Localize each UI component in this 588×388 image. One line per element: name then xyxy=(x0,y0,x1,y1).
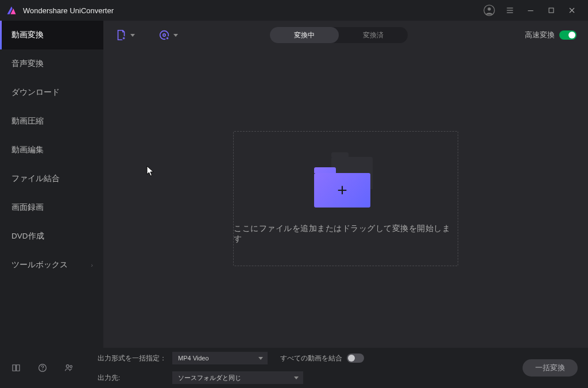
sidebar: 動画変換 音声変換 ダウンロード 動画圧縮 動画編集 ファイル結合 画面録画 D… xyxy=(0,21,103,348)
sidebar-item-video-convert[interactable]: 動画変換 xyxy=(0,21,103,49)
app-title: Wondershare UniConverter xyxy=(23,6,114,15)
chevron-right-icon: › xyxy=(91,262,93,268)
svg-point-10 xyxy=(70,366,72,368)
status-segment: 変換中 変換済 xyxy=(270,27,408,43)
bottom-bar: 出力形式を一括指定： MP4 Video すべての動画を結合 出力先: ソースフ… xyxy=(0,348,588,388)
add-disc-button[interactable] xyxy=(158,29,178,41)
toolbar: 変換中 変換済 高速変換 xyxy=(103,21,588,49)
convert-all-button[interactable]: 一括変換 xyxy=(523,359,578,377)
sidebar-item-label: 動画変換 xyxy=(11,30,44,40)
high-speed-label: 高速変換 xyxy=(525,30,555,40)
high-speed-toggle[interactable] xyxy=(559,30,577,40)
sidebar-item-label: ダウンロード xyxy=(11,87,60,98)
svg-point-9 xyxy=(66,365,69,368)
sidebar-item-compress[interactable]: 動画圧縮 xyxy=(0,107,103,136)
segment-converted[interactable]: 変換済 xyxy=(339,27,408,43)
sidebar-item-label: 画面録画 xyxy=(11,202,44,213)
title-bar: Wondershare UniConverter xyxy=(0,0,588,21)
sidebar-item-label: 動画圧縮 xyxy=(11,116,44,126)
sidebar-item-record[interactable]: 画面録画 xyxy=(0,193,103,222)
chevron-down-icon xyxy=(294,377,299,379)
sidebar-item-toolbox[interactable]: ツールボックス › xyxy=(0,251,103,279)
sidebar-item-label: 音声変換 xyxy=(11,59,44,69)
svg-rect-2 xyxy=(549,8,554,13)
sidebar-item-merge[interactable]: ファイル結合 xyxy=(0,164,103,193)
chevron-down-icon xyxy=(258,357,263,360)
sidebar-item-label: 動画編集 xyxy=(11,145,44,155)
svg-point-5 xyxy=(163,34,165,36)
add-file-button[interactable] xyxy=(115,29,135,41)
close-icon[interactable] xyxy=(562,0,582,21)
sidebar-item-audio-convert[interactable]: 音声変換 xyxy=(0,49,103,78)
guide-icon[interactable] xyxy=(10,362,22,374)
maximize-icon[interactable] xyxy=(541,0,562,21)
chevron-down-icon xyxy=(173,34,178,37)
help-icon[interactable] xyxy=(37,362,48,374)
merge-all-toggle[interactable] xyxy=(347,354,364,363)
drop-instruction: ここにファイルを追加またはドラッグして変換を開始します xyxy=(234,224,458,244)
folder-add-icon: + xyxy=(314,157,377,208)
sidebar-item-video-edit[interactable]: 動画編集 xyxy=(0,136,103,164)
segment-converting[interactable]: 変換中 xyxy=(270,27,339,43)
drop-zone[interactable]: + ここにファイルを追加またはドラッグして変換を開始します xyxy=(233,131,458,266)
sidebar-item-dvd[interactable]: DVD作成 xyxy=(0,222,103,251)
menu-icon[interactable] xyxy=(500,0,520,21)
sidebar-item-label: ツールボックス xyxy=(11,260,68,270)
svg-point-8 xyxy=(42,370,42,370)
sidebar-item-label: ファイル結合 xyxy=(11,174,60,184)
chevron-down-icon xyxy=(130,34,135,37)
account-icon[interactable] xyxy=(479,0,500,21)
output-format-label: 出力形式を一括指定： xyxy=(98,354,172,363)
output-dest-label: 出力先: xyxy=(98,374,172,382)
share-icon[interactable] xyxy=(63,362,75,374)
sidebar-item-label: DVD作成 xyxy=(11,231,44,241)
minimize-icon[interactable] xyxy=(520,0,541,21)
merge-all-label: すべての動画を結合 xyxy=(280,354,342,363)
sidebar-item-download[interactable]: ダウンロード xyxy=(0,78,103,107)
app-logo-icon xyxy=(6,5,17,16)
output-dest-select[interactable]: ソースフォルダと同じ xyxy=(172,371,303,384)
output-format-select[interactable]: MP4 Video xyxy=(172,352,268,364)
svg-point-1 xyxy=(488,7,491,10)
